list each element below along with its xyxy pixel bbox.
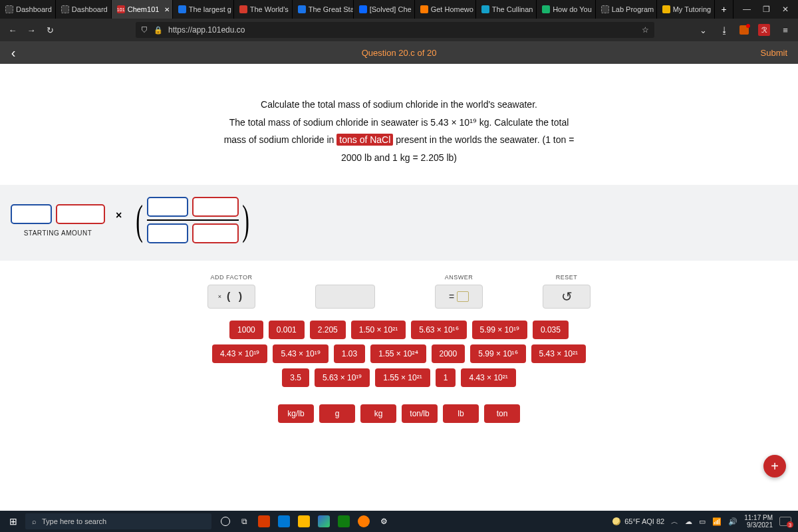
numerator-unit-slot[interactable]	[192, 197, 239, 217]
chip-543e19[interactable]: 5.43 × 10¹⁹	[273, 344, 328, 363]
cortana-icon[interactable]	[221, 517, 230, 526]
starting-amount-group: STARTING AMOUNT	[11, 204, 105, 237]
tab-dashboard-1[interactable]: Dashboard	[0, 0, 56, 19]
nav-reload-button[interactable]: ↻	[44, 25, 56, 35]
chip-150e21[interactable]: 1.50 × 10²¹	[351, 321, 406, 339]
window-minimize-button[interactable]: —	[743, 5, 751, 14]
chip-599e16[interactable]: 5.99 × 10¹⁶	[470, 344, 525, 363]
chip-g[interactable]: g	[319, 404, 355, 423]
chip-kg[interactable]: kg	[360, 404, 396, 423]
question-line3: 2000 lb and 1 kg = 2.205 lb)	[166, 149, 632, 167]
chip-443e19[interactable]: 4.43 × 10¹⁹	[212, 344, 267, 363]
extension-notice-icon[interactable]	[739, 25, 749, 35]
question-counter: Question 20.c of 20	[362, 48, 437, 58]
conversion-factor-group: ( )	[132, 197, 253, 243]
app-header: ‹ Question 20.c of 20 Submit	[0, 41, 798, 64]
firefox-icon[interactable]	[358, 515, 370, 527]
chip-2000[interactable]: 2000	[432, 344, 466, 363]
start-button[interactable]: ⊞	[4, 516, 23, 527]
question-text: Calculate the total mass of sodium chlor…	[166, 96, 632, 166]
tray-volume-icon[interactable]: 🔊	[728, 517, 737, 526]
chip-599e19[interactable]: 5.99 × 10¹⁹	[472, 321, 527, 339]
tray-wifi-icon[interactable]: 📶	[712, 517, 722, 526]
taskbar-clock[interactable]: 11:17 PM 9/3/2021	[744, 514, 773, 529]
downloads-icon[interactable]: ⭳	[718, 24, 730, 36]
favicon-c-icon	[420, 5, 428, 13]
tab-howdoyou[interactable]: How do You	[537, 0, 596, 19]
tray-onedrive-icon[interactable]: ☁	[685, 517, 692, 526]
chip-1[interactable]: 1	[436, 368, 456, 387]
chip-155e24[interactable]: 1.55 × 10²⁴	[370, 344, 426, 363]
pocket-icon[interactable]: ⌄	[697, 24, 709, 36]
chip-35[interactable]: 3.5	[282, 368, 309, 387]
numerator-value-slot[interactable]	[147, 197, 188, 217]
tab-cullinan[interactable]: The Cullinan	[476, 0, 537, 19]
explorer-icon[interactable]	[298, 515, 310, 527]
extension-r-icon[interactable]: ℛ	[758, 24, 770, 36]
tracking-shield-icon: ⛉	[141, 26, 148, 34]
denominator-value-slot[interactable]	[147, 223, 188, 243]
new-tab-button[interactable]: +	[715, 0, 733, 19]
tab-solved[interactable]: [Solved] Che	[354, 0, 415, 19]
search-placeholder: Type here to search	[42, 517, 106, 525]
windows-taskbar: ⊞ ⌕ Type here to search ⧉ ⚙ 65°F AQI 82 …	[0, 511, 798, 532]
submit-button[interactable]: Submit	[750, 41, 798, 64]
favicon-g-icon	[178, 5, 186, 13]
chip-2205[interactable]: 2.205	[310, 321, 346, 339]
chip-103[interactable]: 1.03	[334, 344, 365, 363]
chip-0035[interactable]: 0.035	[533, 321, 569, 339]
tray-chevron-up-icon[interactable]: ︿	[671, 517, 678, 527]
store-icon[interactable]	[338, 515, 350, 527]
tab-close-icon[interactable]: ✕	[164, 6, 170, 13]
favicon-g3-icon	[298, 5, 306, 13]
tab-homework[interactable]: Get Homewo	[415, 0, 476, 19]
app-back-button[interactable]: ‹	[0, 45, 27, 61]
tab-dashboard-2[interactable]: Dashboard	[56, 0, 112, 19]
chip-1000[interactable]: 1000	[229, 321, 263, 339]
reset-button[interactable]: ↺	[543, 285, 591, 309]
bookmark-star-icon[interactable]: ☆	[642, 25, 649, 35]
tray-battery-icon[interactable]: ▭	[699, 517, 706, 526]
chip-563e19[interactable]: 5.63 × 10¹⁹	[315, 368, 370, 387]
tab-labprog[interactable]: Lab Program	[596, 0, 657, 19]
tab-worlds[interactable]: The World's	[234, 0, 293, 19]
starting-unit-slot[interactable]	[56, 204, 105, 224]
nav-forward-button[interactable]: →	[25, 25, 37, 35]
url-bar[interactable]: ⛉ 🔒 https://app.101edu.co ☆	[136, 22, 654, 38]
answer-button[interactable]: =	[435, 285, 483, 309]
nav-back-button[interactable]: ←	[7, 25, 19, 35]
action-center-icon[interactable]	[779, 517, 791, 526]
mail-icon[interactable]	[278, 515, 290, 527]
chip-kglb[interactable]: kg/lb	[278, 404, 314, 423]
chip-443e21[interactable]: 4.43 × 10²¹	[461, 368, 515, 387]
taskview-icon[interactable]: ⧉	[238, 515, 250, 527]
favicon-star-icon	[359, 5, 367, 13]
settings-gear-icon[interactable]: ⚙	[378, 515, 390, 527]
office-icon[interactable]	[258, 515, 270, 527]
tab-chem101[interactable]: 101Chem101✕	[112, 0, 173, 19]
blank-tool-button[interactable]	[315, 285, 375, 309]
weather-widget[interactable]: 65°F AQI 82	[612, 517, 664, 525]
denominator-unit-slot[interactable]	[192, 223, 239, 243]
chip-ton[interactable]: ton	[484, 404, 520, 423]
window-close-button[interactable]: ✕	[782, 5, 789, 14]
favicon-leaf-icon	[542, 5, 550, 13]
tab-tutoring[interactable]: My Tutoring	[657, 0, 715, 19]
chip-tonlb[interactable]: ton/lb	[402, 404, 438, 423]
browser-tab-bar: Dashboard Dashboard 101Chem101✕ The larg…	[0, 0, 798, 19]
chip-0001[interactable]: 0.001	[269, 321, 305, 339]
add-fab-button[interactable]: +	[763, 455, 786, 477]
edge-icon[interactable]	[318, 515, 330, 527]
chip-563e16[interactable]: 5.63 × 10¹⁶	[411, 321, 466, 339]
starting-value-slot[interactable]	[11, 204, 52, 224]
tab-greatsta[interactable]: The Great Sta	[293, 0, 354, 19]
overflow-menu-icon[interactable]: ≡	[779, 24, 791, 36]
window-maximize-button[interactable]: ❐	[763, 5, 770, 14]
taskbar-search[interactable]: ⌕ Type here to search	[25, 513, 211, 529]
chip-155e21[interactable]: 1.55 × 10²¹	[375, 368, 430, 387]
chip-lb[interactable]: lb	[443, 404, 479, 423]
tab-largest[interactable]: The largest g	[173, 0, 234, 19]
chip-543e21[interactable]: 5.43 × 10²¹	[531, 344, 586, 363]
starting-amount-label: STARTING AMOUNT	[24, 229, 92, 237]
add-factor-button[interactable]: ×( )	[207, 285, 255, 309]
